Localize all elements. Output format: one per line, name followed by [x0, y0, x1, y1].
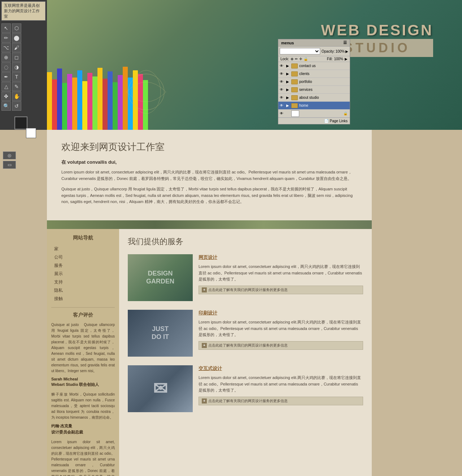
layer-eye-icon[interactable]: 👁 [280, 103, 285, 107]
layer-arrow-icon[interactable]: ▶ [286, 96, 290, 100]
service-item-2: JUSTDO IT 印刷设计 Lorem ipsum dolor sit ame… [128, 310, 363, 357]
ps-layer-blank[interactable]: 👁 🔒 [278, 110, 350, 118]
sketch-decoration [119, 65, 173, 119]
ps-opacity-label: Opacity: [322, 49, 335, 53]
layer-eye-icon[interactable]: 👁 [280, 72, 285, 76]
layer-arrow-icon[interactable]: ▶ [286, 72, 290, 76]
service-more-2[interactable]: + 点击此处了解有关我们的网页设计服务的更多信息 [199, 341, 363, 350]
clone-icon[interactable]: ⊕ [1, 53, 11, 62]
ps-layer-services[interactable]: 👁 ▶ services [278, 86, 350, 94]
eyedropper-icon[interactable]: ✤ [1, 92, 11, 101]
layer-eye-icon[interactable]: 👁 [280, 80, 285, 84]
sidebar-item-home[interactable]: 家 [51, 245, 115, 253]
ps-layer-contact[interactable]: 👁 ▶ contact us [278, 62, 350, 70]
layer-arrow-icon[interactable]: ▶ [286, 80, 290, 84]
sidebar-item-support[interactable]: 支持 [51, 278, 115, 286]
sidebar-item-services[interactable]: 服务 [51, 261, 115, 270]
ps-panel-header: menus ☰ [278, 39, 350, 47]
page-icon: 📄 [324, 119, 328, 123]
layer-lock-icon: 🔒 [343, 111, 348, 115]
service-desc-3: Lorem ipsum dolor sit amet, consectetuer… [199, 375, 363, 394]
testimonial2-role: 设计委员会副总裁 [51, 429, 115, 435]
testimonial1-text: Quisque at justo Quisque ullamcorp 用 feu… [51, 322, 115, 374]
layer-arrow-icon[interactable]: ▶ [286, 103, 290, 107]
foreground-color[interactable] [14, 116, 27, 129]
testimonial2-author: 约翰·杰克曼 [51, 423, 115, 429]
page-title: 欢迎来到网页设计工作室 [61, 141, 357, 153]
background-color[interactable] [26, 128, 36, 138]
ps-fill-arrow[interactable]: ▶ [345, 57, 348, 61]
ps-lock-all-icon: 🔒 [304, 57, 308, 61]
services-section: 我们提供的服务 DESIGNGARDEN 网页设计 Lorem ipsum do… [119, 229, 372, 476]
layer-arrow-icon[interactable]: ▶ [286, 88, 290, 92]
ps-opacity-value: 100% [335, 49, 345, 53]
marquee-icon[interactable]: ⬡ [12, 23, 21, 33]
service-item-1: DESIGNGARDEN 网页设计 Lorem ipsum dolor sit … [128, 254, 363, 301]
ps-layer-home[interactable]: 👁 ▶ home [278, 102, 350, 110]
dodge-icon[interactable]: ◑ [12, 62, 21, 72]
pen-icon[interactable]: ✒ [1, 72, 11, 81]
layer-eye-icon[interactable]: 👁 [280, 88, 285, 92]
service-more-1[interactable]: + 点击此处了解有关我们的网页设计服务的更多信息 [199, 286, 363, 294]
testimonials-title: 客户评价 [51, 312, 115, 318]
service-title-3[interactable]: 交互式设计 [199, 365, 363, 372]
ps-layer-portfolio[interactable]: 👁 ▶ portfolio [278, 78, 350, 86]
zoom-icon[interactable]: 🔍 [1, 101, 11, 111]
patch-icon[interactable]: ⌥ [1, 43, 11, 52]
lasso-icon[interactable]: ✏ [1, 33, 11, 43]
rotate-icon[interactable]: ↺ [12, 101, 21, 111]
notes-icon[interactable]: ✎ [12, 82, 21, 91]
brush-icon[interactable]: 🖌 [12, 43, 21, 52]
quickmask-icon[interactable]: ▭ [3, 161, 16, 169]
ps-opacity-arrow[interactable]: ▶ [345, 49, 348, 53]
blur-icon[interactable]: ◌ [1, 62, 11, 72]
shape-icon[interactable]: △ [1, 82, 11, 91]
more-plus-icon: + [202, 398, 207, 404]
ps-lock-move-icon: ⊕ [291, 57, 293, 61]
ps-fill-label: Fill: [327, 57, 333, 61]
service-info-1: 网页设计 Lorem ipsum dolor sit amet, consect… [199, 254, 363, 294]
layer-eye-icon[interactable]: 👁 [280, 64, 285, 68]
sidebar-item-portfolio[interactable]: 展示 [51, 270, 115, 278]
hand-icon[interactable]: ✋ [12, 92, 21, 101]
service-image-1: DESIGNGARDEN [128, 254, 193, 301]
service-desc-2: Lorem ipsum dolor sit amet, consectetuer… [199, 319, 363, 338]
layer-folder-icon [291, 63, 298, 69]
ps-layer-name: home [299, 103, 348, 107]
hero-section: WEB DESIGN STUDIO menus ☰ Opacity: 100% … [47, 0, 462, 130]
ps-layers-panel: menus ☰ Opacity: 100% ▶ Lock: ⊕ ✏ ✛ 🔒 Fi… [278, 39, 350, 124]
type-icon[interactable]: T [12, 72, 21, 81]
testimonial2-text: 狮子座放 Morbi，Quisque sollicitudin sagittis… [51, 392, 115, 420]
svg-point-0 [128, 74, 164, 110]
layer-eye-icon[interactable]: 👁 [280, 96, 285, 100]
service-more-3[interactable]: + 点击此处了解有关我们的网页设计服务的更多信息 [199, 397, 363, 405]
layer-arrow-icon[interactable]: ▶ [286, 64, 290, 68]
ps-layer-name: clients [299, 72, 348, 76]
ps-panel-title: menus [281, 41, 294, 45]
ps-layer-clients[interactable]: 👁 ▶ clients [278, 70, 350, 78]
sidebar-item-privacy[interactable]: 隐私 [51, 286, 115, 295]
sidebar-item-company[interactable]: 公司 [51, 253, 115, 261]
layer-eye-icon[interactable]: 👁 [280, 111, 285, 115]
layer-folder-icon [291, 71, 298, 76]
service-info-3: 交互式设计 Lorem ipsum dolor sit amet, consec… [199, 365, 363, 405]
select-icon[interactable]: ↖ [1, 23, 11, 33]
service-title-1[interactable]: 网页设计 [199, 254, 363, 261]
crop-icon[interactable]: ⬤ [12, 33, 21, 43]
intro-bold: 在 volutpat convallis dui, [61, 159, 357, 166]
eraser-icon[interactable]: ◻ [12, 53, 21, 62]
ps-layer-name: portfolio [299, 80, 348, 84]
ps-blend-dropdown[interactable] [280, 48, 320, 54]
service-title-2[interactable]: 印刷设计 [199, 310, 363, 316]
ps-lock-pos-icon: ✛ [299, 57, 302, 61]
color-swatches[interactable] [14, 116, 32, 135]
sidebar-item-contact[interactable]: 接触 [51, 295, 115, 303]
sidebar-divider [51, 307, 115, 308]
service-img-text-1: DESIGNGARDEN [146, 270, 174, 285]
main-intro: 欢迎来到网页设计工作室 在 volutpat convallis dui, Lo… [47, 130, 372, 220]
ps-layer-about[interactable]: 👁 ▶ about studio [278, 94, 350, 102]
mask-icon[interactable]: ◎ [3, 151, 16, 159]
ps-footer-label: Page Links [330, 119, 348, 123]
ps-lock-label: Lock: [280, 57, 289, 61]
ps-panel-menu-icon[interactable]: ☰ [343, 40, 347, 45]
